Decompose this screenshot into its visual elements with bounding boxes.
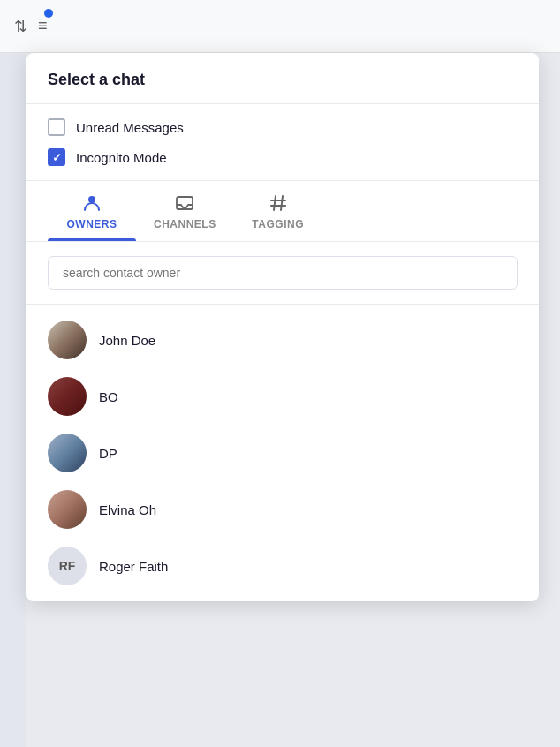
incognito-mode-label: Incognito Mode (76, 150, 167, 165)
checkbox-section: Unread Messages Incognito Mode (26, 104, 539, 181)
hash-icon (269, 193, 288, 213)
owner-name-john-doe: John Doe (99, 333, 155, 348)
owner-name-roger-faith: Roger Faith (99, 559, 168, 574)
avatar-initials-roger-faith: RF (59, 559, 76, 573)
left-sidebar (0, 0, 26, 747)
svg-line-3 (281, 196, 283, 210)
svg-point-0 (88, 196, 95, 203)
owner-name-elvina-oh: Elvina Oh (99, 502, 156, 517)
popup-card: Select a chat Unread Messages Incognito … (26, 53, 539, 601)
owner-item-john-doe[interactable]: John Doe (26, 312, 539, 368)
tab-channels[interactable]: CHANNELS (136, 181, 234, 241)
tab-owners-label: OWNERS (67, 218, 117, 241)
sort-icon[interactable]: ⇅ (14, 17, 27, 36)
top-bar: ⇅ ≡ (0, 0, 560, 53)
tab-tagging[interactable]: TAGGING (234, 181, 322, 241)
popup-header: Select a chat (26, 53, 539, 104)
search-section (26, 242, 539, 305)
owner-item-roger-faith[interactable]: RF Roger Faith (26, 538, 539, 594)
incognito-mode-checkbox[interactable] (48, 148, 65, 166)
avatar-dp (48, 434, 87, 472)
svg-line-2 (274, 196, 276, 210)
tabs-section: OWNERS CHANNELS TAGGING (26, 181, 539, 242)
owner-list: John Doe BO DP Elvina Oh RF Roger Faith (26, 305, 539, 601)
notification-dot (44, 9, 53, 18)
person-icon (82, 193, 102, 213)
inbox-icon (175, 193, 194, 213)
avatar-roger-faith: RF (48, 547, 87, 585)
owner-item-dp[interactable]: DP (26, 425, 539, 481)
owner-item-bo[interactable]: BO (26, 368, 539, 425)
owner-item-elvina-oh[interactable]: Elvina Oh (26, 481, 539, 538)
avatar-john-doe (48, 321, 87, 359)
unread-messages-label: Unread Messages (76, 120, 184, 135)
owner-name-dp: DP (99, 446, 117, 461)
filter-icon[interactable]: ≡ (38, 17, 48, 35)
owner-name-bo: BO (99, 389, 118, 404)
incognito-mode-row[interactable]: Incognito Mode (48, 148, 518, 166)
unread-messages-row[interactable]: Unread Messages (48, 118, 518, 136)
avatar-elvina-oh (48, 490, 87, 529)
tab-owners[interactable]: OWNERS (48, 181, 136, 241)
tab-tagging-label: TAGGING (252, 218, 304, 241)
avatar-bo (48, 377, 87, 416)
unread-messages-checkbox[interactable] (48, 118, 65, 136)
tab-channels-label: CHANNELS (154, 218, 216, 241)
popup-title: Select a chat (48, 71, 145, 88)
search-input[interactable] (48, 256, 518, 290)
